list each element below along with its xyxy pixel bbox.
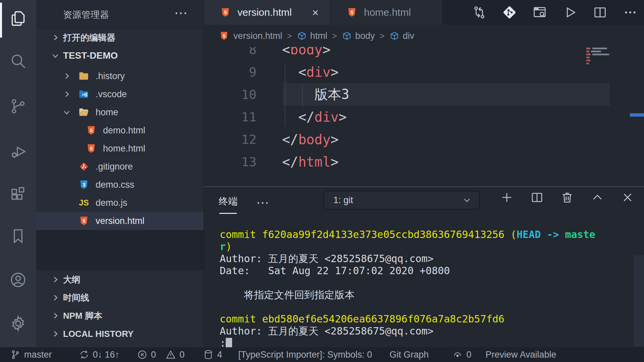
branch-name: master [24, 350, 52, 360]
status-errors[interactable]: 0 [137, 349, 156, 360]
tree-item-demo-html[interactable]: 5demo.html [36, 121, 204, 139]
activity-settings-button[interactable] [9, 314, 27, 333]
tree-item-demo-js[interactable]: JSdemo.js [36, 194, 204, 212]
status-ts-importer[interactable]: [TypeScript Importer]: Symbols: 0 [238, 350, 372, 360]
activity-source-control-button[interactable] [9, 97, 27, 115]
live-reload-icon [452, 349, 463, 360]
activity-account-button[interactable] [9, 271, 27, 289]
breadcrumb-item[interactable]: body [355, 31, 375, 41]
chevron-right-icon[interactable] [36, 72, 78, 80]
symbol-cube-icon [389, 31, 399, 41]
tree-item-demo-css[interactable]: 3demo.css [36, 176, 204, 194]
code-lines: 8<body>9 <div>10 版本311 </div>12</body>13… [204, 47, 644, 173]
new-terminal-icon[interactable] [500, 190, 514, 204]
status-live-reload[interactable]: 0 [452, 349, 471, 360]
line-number: 12 [204, 132, 257, 147]
open-editors-section[interactable]: 打开的编辑器 [36, 29, 204, 46]
warning-icon [165, 349, 176, 360]
code-line-10[interactable]: 10 版本3 [204, 83, 644, 106]
html5-icon: 5 [219, 6, 231, 18]
chevron-right-icon[interactable] [36, 90, 78, 99]
minimap[interactable] [586, 47, 610, 67]
code-line-9[interactable]: 9 <div> [204, 61, 644, 83]
svg-text:5: 5 [351, 10, 353, 15]
editor-actions [472, 0, 638, 25]
tree-item-label: home.html [103, 143, 145, 154]
svg-text:5: 5 [223, 33, 225, 39]
status-warnings[interactable]: 0 [165, 349, 184, 360]
activity-bookmarks-button[interactable] [9, 227, 27, 245]
panel-tab-terminal[interactable]: 终端 [219, 195, 237, 210]
sidebar-section-timeline[interactable]: 时间线 [36, 289, 204, 307]
close-icon[interactable]: × [312, 7, 319, 18]
code-line-11[interactable]: 11 </div> [204, 106, 644, 128]
branch-icon [10, 349, 21, 360]
run-icon[interactable] [562, 5, 578, 20]
status-sync[interactable]: 0↓ 16↑ [79, 349, 120, 360]
tree-item-vscode[interactable]: .vscode [36, 85, 204, 103]
activity-explorer-button[interactable] [9, 9, 27, 27]
terminal-line: Author: 五月的夏天 <285258675@qq.com> [220, 253, 624, 265]
tree-item-label: .vscode [96, 89, 127, 100]
sidebar-section-outline[interactable]: 大纲 [36, 270, 204, 289]
more-actions-icon[interactable] [623, 5, 638, 20]
chevron-right-icon [51, 293, 63, 302]
section-label: 大纲 [63, 274, 80, 286]
tree-item-home-html[interactable]: 5home.html [36, 139, 204, 158]
search-icon [9, 52, 27, 70]
code-line-8[interactable]: 8<body> [204, 47, 644, 61]
project-section[interactable]: TEST-DEMO [36, 46, 204, 65]
tab-label: version.html [237, 7, 292, 18]
status-preview[interactable]: Preview Available [485, 350, 556, 360]
sidebar-section-npm-scripts[interactable]: NPM 脚本 [36, 307, 204, 325]
tree-item-version-html[interactable]: 5version.html [36, 212, 204, 230]
git-graph-label: Git Graph [389, 350, 429, 360]
code-editor[interactable]: 8<body>9 <div>10 版本311 </div>12</body>13… [204, 47, 644, 186]
preview-icon[interactable] [532, 5, 547, 20]
activity-run-debug-button[interactable] [9, 142, 27, 161]
activity-search-button[interactable] [9, 52, 27, 70]
terminal-selector[interactable]: 1: git [324, 191, 479, 209]
terminal-line: Date: Sat Aug 22 17:07:02 2020 +0800 [220, 265, 624, 277]
chevron-right-icon [51, 311, 63, 320]
extensions-icon [9, 185, 27, 203]
breadcrumb-file[interactable]: version.html [233, 31, 282, 41]
open-changes-icon[interactable] [472, 5, 487, 20]
chevron-down-icon[interactable] [36, 108, 78, 117]
panel-more-icon[interactable]: ⋯ [256, 195, 269, 210]
tab-home-html[interactable]: 5 home.html [330, 0, 443, 25]
tree-item-gitignore[interactable]: .gitignore [36, 158, 204, 176]
status-db[interactable]: 4 [203, 349, 222, 360]
code-line-12[interactable]: 12</body> [204, 128, 644, 150]
close-panel-icon[interactable] [621, 190, 635, 204]
sync-counts: 0↓ 16↑ [93, 350, 120, 360]
split-editor-icon[interactable] [592, 5, 608, 20]
breadcrumb-item[interactable]: div [403, 31, 415, 41]
breadcrumb: 5 version.html > html > body > div [204, 25, 644, 47]
split-terminal-icon[interactable] [530, 190, 544, 204]
code-text: </div> [282, 109, 347, 125]
code-text: <div> [282, 64, 339, 80]
sidebar-header: 资源管理器 ⋯ [36, 0, 204, 29]
html5-icon: 5 [219, 31, 229, 41]
tree-item-home[interactable]: home [36, 103, 204, 121]
status-git-graph[interactable]: Git Graph [389, 350, 429, 360]
sidebar-more-actions-icon[interactable]: ⋯ [174, 6, 187, 19]
chevron-right-icon [51, 33, 63, 42]
maximize-panel-icon[interactable] [590, 190, 604, 204]
status-branch[interactable]: master [10, 349, 52, 360]
kill-terminal-icon[interactable] [560, 190, 574, 204]
breadcrumb-separator: > [380, 31, 385, 41]
activity-extensions-button[interactable] [9, 185, 27, 203]
terminal-output[interactable]: commit f620aa99f2d4133e373e05ccbd3863676… [220, 229, 624, 349]
code-line-13[interactable]: 13</html> [204, 150, 644, 173]
breadcrumb-item[interactable]: html [310, 31, 327, 41]
sidebar-section-local-history[interactable]: LOCAL HISTORY [36, 325, 204, 343]
tree-item-history[interactable]: .history [36, 67, 204, 85]
chevron-down-icon [51, 51, 63, 60]
active-view-indicator [0, 3, 2, 38]
chevron-right-icon [51, 329, 63, 338]
tab-version-html[interactable]: 5 version.html × [204, 0, 330, 25]
terminal-scrollbar[interactable] [634, 255, 644, 347]
git-graph-icon[interactable] [502, 5, 517, 20]
